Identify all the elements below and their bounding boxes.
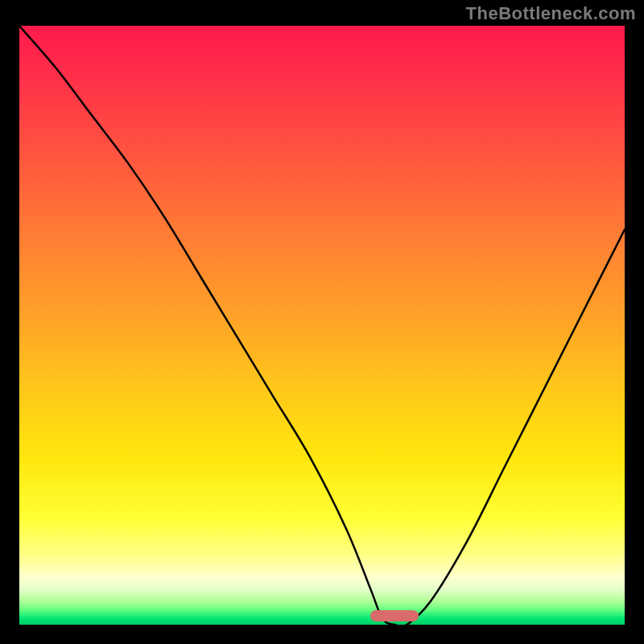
bottleneck-curve bbox=[19, 26, 625, 625]
plot-area bbox=[19, 26, 625, 625]
curve-path bbox=[19, 26, 625, 625]
optimal-range-marker bbox=[370, 610, 419, 621]
watermark-text: TheBottleneck.com bbox=[466, 3, 636, 24]
chart-frame: TheBottleneck.com bbox=[0, 0, 644, 644]
